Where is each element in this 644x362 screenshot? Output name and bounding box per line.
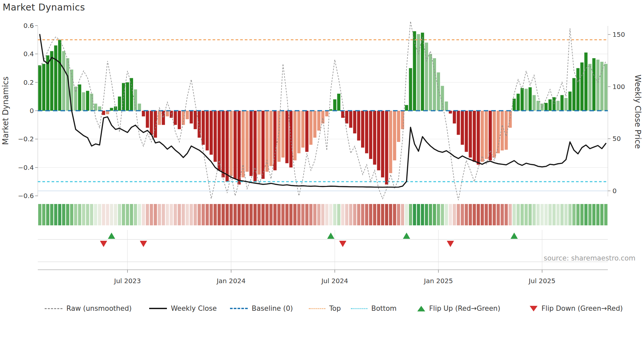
bar [596, 59, 600, 111]
heatmap-cell [481, 204, 484, 225]
bar [465, 111, 468, 152]
heatmap-cell [445, 204, 448, 225]
x-tick-label: Jul 2025 [528, 277, 555, 285]
bar [461, 111, 464, 145]
heatmap-cell [102, 204, 105, 225]
heatmap-cell [305, 204, 309, 225]
bar [489, 111, 492, 160]
heatmap-cell [106, 204, 109, 225]
heatmap-cell [537, 204, 540, 225]
bar [441, 86, 444, 111]
heatmap-cell [576, 204, 580, 225]
heatmap-cell [150, 204, 153, 225]
heatmap-cell [166, 204, 169, 225]
x-tick-label: Jul 2023 [113, 277, 141, 285]
bar [142, 111, 145, 116]
bar [397, 111, 400, 142]
heatmap-cell [501, 204, 504, 225]
heatmap-cell [54, 204, 58, 225]
flip-down-triangle-icon [530, 306, 538, 311]
heatmap-cell [162, 204, 165, 225]
heatmap-cell [469, 204, 472, 225]
heatmap-cell [94, 204, 97, 225]
right-tick-label: 150 [612, 31, 625, 38]
heatmap-cell [544, 204, 548, 225]
flip-up-marker [403, 233, 410, 239]
heatmap-cell [317, 204, 321, 225]
bar [421, 33, 424, 111]
market-dynamics-chart: Market Dynamics Market Dynamics Weekly C… [0, 0, 644, 362]
heatmap-cell [325, 204, 329, 225]
bar [361, 111, 364, 147]
bar [325, 111, 329, 116]
bar [285, 111, 288, 163]
heatmap-cell [158, 204, 161, 225]
heatmap-cell [130, 204, 133, 225]
heatmap-cell [465, 204, 468, 225]
bar [393, 111, 396, 160]
heatmap-cell [170, 204, 173, 225]
left-tick-label: 0.2 [23, 79, 34, 86]
bar [481, 111, 484, 162]
flip-down-marker [100, 241, 107, 247]
bar [54, 45, 58, 111]
legend-item-weekly-close: Weekly Close [149, 303, 217, 314]
heatmap-cell [154, 204, 157, 225]
heatmap-cell [329, 204, 333, 225]
bar [405, 105, 408, 111]
legend-item-top: Top [309, 303, 341, 314]
heatmap-cell [552, 204, 556, 225]
bar [572, 78, 576, 111]
heatmap-cell [604, 204, 608, 225]
heatmap-cell [393, 204, 396, 225]
legend-label: Raw (unsmoothed) [66, 305, 132, 312]
bar [564, 98, 568, 111]
heatmap-cell [134, 204, 137, 225]
bar [544, 103, 548, 111]
heatmap-cell [353, 204, 356, 225]
top-line-icon [309, 308, 325, 309]
heatmap-cell [313, 204, 316, 225]
bar [301, 111, 305, 147]
heatmap-cell [245, 204, 249, 225]
left-tick-label: −0.6 [18, 192, 34, 200]
bar [214, 111, 217, 162]
left-tick-label: −0.4 [18, 164, 34, 171]
bar [389, 111, 392, 173]
bar [365, 111, 368, 153]
bar [501, 111, 504, 150]
heatmap-cell [357, 204, 360, 225]
heatmap-cell [337, 204, 340, 225]
bar [353, 111, 356, 133]
heatmap-cell [225, 204, 229, 225]
bar [221, 111, 225, 177]
bar [309, 111, 312, 145]
heatmap-cell [70, 204, 73, 225]
heatmap-cell [564, 204, 568, 225]
heatmap-cell [485, 204, 488, 225]
bar [78, 84, 81, 111]
bar [333, 99, 336, 111]
heatmap-cell [182, 204, 185, 225]
bar [385, 111, 388, 185]
legend-item-baseline: Baseline (0) [230, 303, 293, 314]
heatmap-cell [365, 204, 368, 225]
heatmap-cell [385, 204, 388, 225]
heatmap-cell [58, 204, 61, 225]
bar [357, 111, 360, 141]
heatmap-cell [417, 204, 420, 225]
bar [457, 111, 460, 135]
bar [409, 68, 412, 111]
heatmap-cell [369, 204, 372, 225]
heatmap-cell [146, 204, 149, 225]
heatmap-cell [110, 204, 113, 225]
bar [369, 111, 372, 159]
bar [38, 65, 41, 111]
legend-item-raw: Raw (unsmoothed) [45, 303, 132, 314]
bar [580, 62, 584, 111]
baseline-line-icon [230, 308, 248, 309]
heatmap-cell [297, 204, 301, 225]
heatmap-cell [568, 204, 572, 225]
heatmap-cell [457, 204, 460, 225]
bar [269, 111, 273, 166]
